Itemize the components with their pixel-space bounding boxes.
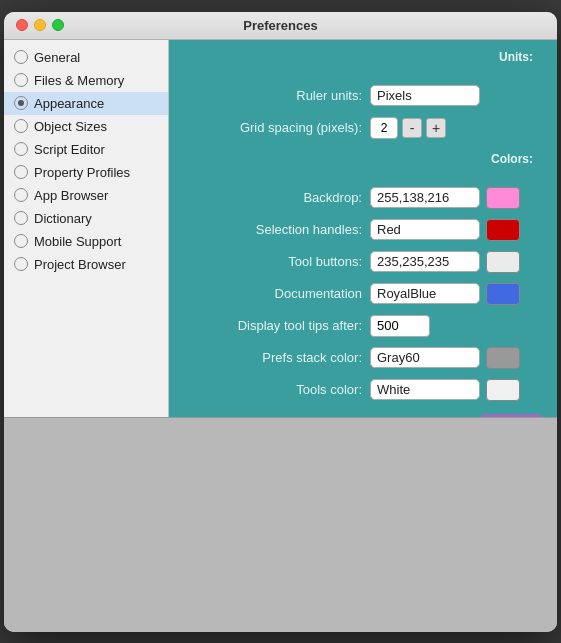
tools-color-label: Tools color: [185, 382, 370, 397]
sidebar-label-dictionary: Dictionary [34, 211, 92, 226]
sidebar-item-app-browser[interactable]: App Browser [4, 184, 168, 207]
sidebar-bullet-files-memory [14, 73, 28, 87]
prefs-stack-select-wrapper: Gray60 [370, 347, 480, 368]
sidebar-label-mobile-support: Mobile Support [34, 234, 121, 249]
sidebar-label-object-sizes: Object Sizes [34, 119, 107, 134]
maximize-button[interactable] [52, 19, 64, 31]
sidebar-bullet-dictionary [14, 211, 28, 225]
backdrop-label: Backdrop: [185, 190, 370, 205]
prefs-stack-row: Prefs stack color: Gray60 [185, 346, 541, 370]
sidebar-item-dictionary[interactable]: Dictionary [4, 207, 168, 230]
grid-spacing-control: 2 - + [370, 117, 446, 139]
tool-buttons-label: Tool buttons: [185, 254, 370, 269]
tool-buttons-row: Tool buttons: 235,235,235 [185, 250, 541, 274]
traffic-lights [16, 19, 64, 31]
display-tooltip-label: Display tool tips after: [185, 318, 370, 333]
sidebar-label-general: General [34, 50, 80, 65]
selection-handles-select[interactable]: Red [370, 219, 480, 240]
prefs-stack-control: Gray60 [370, 347, 520, 369]
documentation-label: Documentation [185, 286, 370, 301]
ruler-units-label: Ruler units: [185, 88, 370, 103]
sidebar-label-app-browser: App Browser [34, 188, 108, 203]
titlebar: Preferences [4, 12, 557, 40]
sidebar-label-appearance: Appearance [34, 96, 104, 111]
ruler-units-select[interactable]: Pixels Inches Centimeters Points [370, 85, 480, 106]
grid-spacing-value: 2 [370, 117, 398, 139]
sidebar-bullet-project-browser [14, 257, 28, 271]
sidebar-item-general[interactable]: General [4, 46, 168, 69]
units-section-label: Units: [185, 50, 541, 64]
sidebar-bullet-property-profiles [14, 165, 28, 179]
tools-color-row: Tools color: White [185, 378, 541, 402]
selection-handles-control: Red [370, 219, 520, 241]
display-tooltip-row: Display tool tips after: [185, 314, 541, 338]
content-area: General Files & Memory Appearance Object… [4, 40, 557, 417]
backdrop-control: 255,138,216 [370, 187, 520, 209]
documentation-control: RoyalBlue [370, 283, 520, 305]
sidebar: General Files & Memory Appearance Object… [4, 40, 169, 417]
tool-buttons-control: 235,235,235 [370, 251, 520, 273]
display-tooltip-control [370, 315, 430, 337]
sidebar-label-project-browser: Project Browser [34, 257, 126, 272]
selection-handles-row: Selection handles: Red [185, 218, 541, 242]
preferences-window: Preferences General Files & Memory Appea… [4, 12, 557, 632]
documentation-select-wrapper: RoyalBlue [370, 283, 480, 304]
prefs-stack-select[interactable]: Gray60 [370, 347, 480, 368]
sidebar-bullet-general [14, 50, 28, 64]
sidebar-label-property-profiles: Property Profiles [34, 165, 130, 180]
tools-color-control: White [370, 379, 520, 401]
ruler-units-control: Pixels Inches Centimeters Points [370, 85, 480, 106]
sidebar-item-object-sizes[interactable]: Object Sizes [4, 115, 168, 138]
grid-spacing-label: Grid spacing (pixels): [185, 120, 370, 135]
sidebar-bullet-appearance [14, 96, 28, 110]
backdrop-row: Backdrop: 255,138,216 [185, 186, 541, 210]
grid-plus-button[interactable]: + [426, 118, 446, 138]
ruler-units-select-wrapper: Pixels Inches Centimeters Points [370, 85, 480, 106]
main-panel: Units: Ruler units: Pixels Inches Centim… [169, 40, 557, 417]
sidebar-label-files-memory: Files & Memory [34, 73, 124, 88]
grid-spacing-row: Grid spacing (pixels): 2 - + [185, 116, 541, 140]
tools-color-swatch[interactable] [486, 379, 520, 401]
backdrop-swatch[interactable] [486, 187, 520, 209]
prefs-stack-label: Prefs stack color: [185, 350, 370, 365]
grid-minus-button[interactable]: - [402, 118, 422, 138]
tool-buttons-select[interactable]: 235,235,235 [370, 251, 480, 272]
sidebar-item-files-memory[interactable]: Files & Memory [4, 69, 168, 92]
backdrop-select-wrapper: 255,138,216 [370, 187, 480, 208]
sidebar-item-property-profiles[interactable]: Property Profiles [4, 161, 168, 184]
tools-color-select-wrapper: White [370, 379, 480, 400]
ruler-units-row: Ruler units: Pixels Inches Centimeters P… [185, 84, 541, 108]
sidebar-bullet-object-sizes [14, 119, 28, 133]
tools-color-select[interactable]: White [370, 379, 480, 400]
colors-section-label: Colors: [185, 152, 541, 166]
sidebar-item-project-browser[interactable]: Project Browser [4, 253, 168, 276]
display-tooltip-input[interactable] [370, 315, 430, 337]
minimize-button[interactable] [34, 19, 46, 31]
sidebar-item-appearance[interactable]: Appearance [4, 92, 168, 115]
bottom-panel [4, 417, 557, 632]
selection-handles-select-wrapper: Red [370, 219, 480, 240]
sidebar-item-mobile-support[interactable]: Mobile Support [4, 230, 168, 253]
tool-buttons-swatch[interactable] [486, 251, 520, 273]
documentation-select[interactable]: RoyalBlue [370, 283, 480, 304]
prefs-stack-swatch[interactable] [486, 347, 520, 369]
sidebar-item-script-editor[interactable]: Script Editor [4, 138, 168, 161]
sidebar-bullet-mobile-support [14, 234, 28, 248]
sidebar-label-script-editor: Script Editor [34, 142, 105, 157]
selection-handles-label: Selection handles: [185, 222, 370, 237]
sidebar-bullet-app-browser [14, 188, 28, 202]
sidebar-bullet-script-editor [14, 142, 28, 156]
documentation-row: Documentation RoyalBlue [185, 282, 541, 306]
window-title: Preferences [243, 18, 317, 33]
purple-preview-square [481, 414, 541, 417]
tool-buttons-select-wrapper: 235,235,235 [370, 251, 480, 272]
close-button[interactable] [16, 19, 28, 31]
selection-handles-swatch[interactable] [486, 219, 520, 241]
documentation-swatch[interactable] [486, 283, 520, 305]
backdrop-select[interactable]: 255,138,216 [370, 187, 480, 208]
